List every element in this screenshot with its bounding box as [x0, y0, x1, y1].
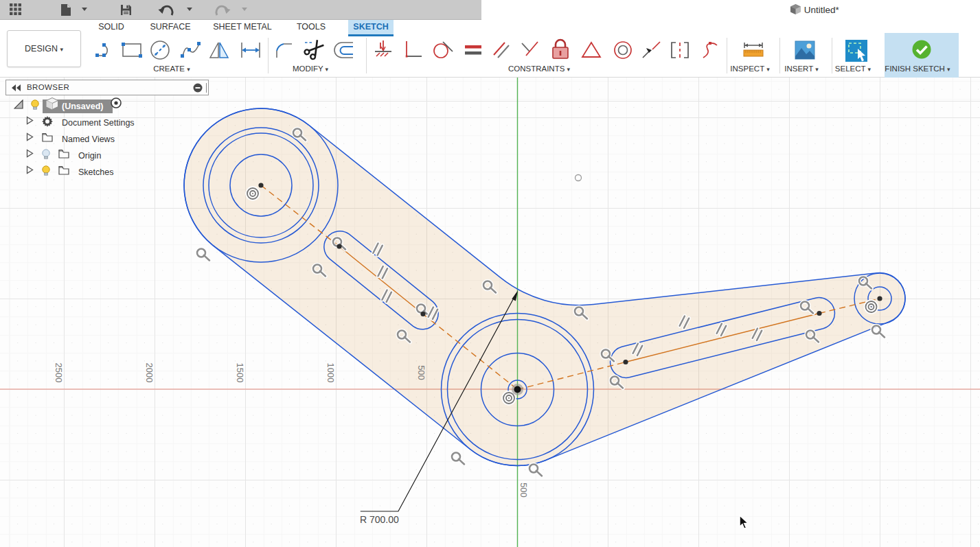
svg-text:2500: 2500 [54, 363, 64, 383]
svg-text:500: 500 [416, 365, 426, 380]
svg-text:2000: 2000 [144, 363, 155, 383]
svg-text:500: 500 [519, 482, 529, 498]
svg-text:R 700.00: R 700.00 [360, 514, 399, 525]
svg-text:1000: 1000 [326, 363, 336, 383]
svg-text:1500: 1500 [235, 363, 245, 383]
